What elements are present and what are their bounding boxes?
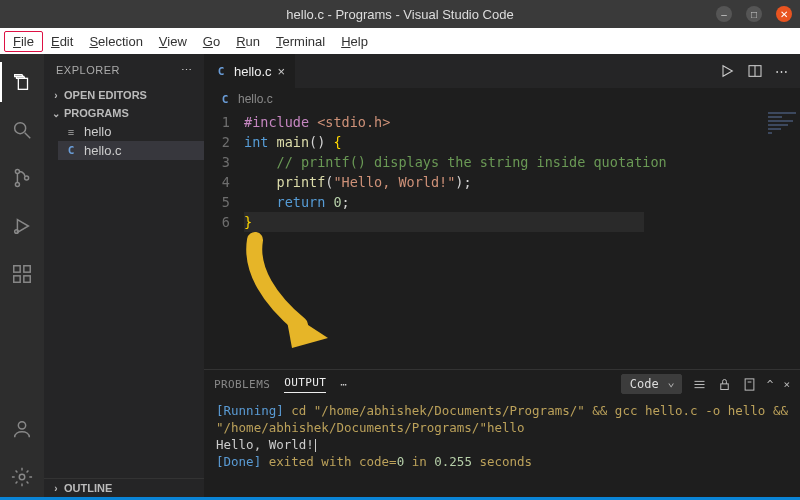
menubar: FileEditSelectionViewGoRunTerminalHelp	[0, 28, 800, 54]
close-button[interactable]: ✕	[776, 6, 792, 22]
tab-label: hello.c	[234, 64, 272, 79]
chevron-right-icon: ›	[50, 90, 62, 101]
lock-scroll-icon[interactable]	[717, 377, 732, 392]
svg-marker-6	[17, 220, 28, 233]
output-channel-select[interactable]: Code	[621, 374, 682, 394]
explorer-sidebar: EXPLORER ⋯ › OPEN EDITORS ⌄ PROGRAMS ≡he…	[44, 54, 204, 497]
panel-tabs: PROBLEMS OUTPUT ⋯ Code ^ ×	[204, 370, 800, 398]
file-item[interactable]: Chello.c	[58, 141, 204, 160]
c-file-icon: C	[218, 93, 232, 106]
breadcrumb[interactable]: C hello.c	[204, 88, 800, 110]
menu-help[interactable]: Help	[333, 32, 376, 51]
accounts-icon[interactable]	[0, 409, 44, 449]
tab-bar: C hello.c × ⋯	[204, 54, 800, 88]
outline-label: OUTLINE	[64, 482, 112, 494]
line-number: 3	[204, 152, 230, 172]
split-editor-icon[interactable]	[747, 63, 763, 79]
folder-label: PROGRAMS	[64, 107, 129, 119]
maximize-panel-icon[interactable]: ^	[767, 378, 774, 391]
panel-more-tabs-icon[interactable]: ⋯	[340, 378, 347, 391]
line-number: 5	[204, 192, 230, 212]
svg-point-7	[15, 230, 19, 234]
editor-area: C hello.c × ⋯ C hello.c 123456 #include …	[204, 54, 800, 497]
svg-marker-14	[723, 66, 732, 77]
explorer-icon[interactable]	[0, 62, 44, 102]
svg-point-4	[15, 182, 19, 186]
code-lines[interactable]: #include <stdio.h>int main() { // printf…	[244, 110, 667, 369]
main-area: EXPLORER ⋯ › OPEN EDITORS ⌄ PROGRAMS ≡he…	[0, 54, 800, 497]
svg-rect-0	[18, 78, 27, 89]
menu-run[interactable]: Run	[228, 32, 268, 51]
sidebar-more-icon[interactable]: ⋯	[181, 64, 193, 77]
svg-point-3	[15, 170, 19, 174]
search-icon[interactable]	[0, 110, 44, 150]
source-control-icon[interactable]	[0, 158, 44, 198]
line-number: 1	[204, 112, 230, 132]
file-name: hello	[84, 124, 111, 139]
menu-selection[interactable]: Selection	[81, 32, 150, 51]
window-controls: – □ ✕	[716, 6, 792, 22]
code-line[interactable]: #include <stdio.h>	[244, 112, 667, 132]
breadcrumb-label: hello.c	[238, 92, 273, 106]
output-body[interactable]: [Running] cd "/home/abhishek/Documents/P…	[204, 398, 800, 474]
svg-point-5	[25, 176, 29, 180]
svg-point-1	[15, 123, 26, 134]
svg-line-2	[25, 133, 31, 139]
menu-terminal[interactable]: Terminal	[268, 32, 333, 51]
c-file-icon: C	[214, 65, 228, 78]
titlebar: hello.c - Programs - Visual Studio Code …	[0, 0, 800, 28]
output-line: [Done] exited with code=0 in 0.255 secon…	[216, 453, 788, 470]
window-title: hello.c - Programs - Visual Studio Code	[286, 7, 513, 22]
code-editor[interactable]: 123456 #include <stdio.h>int main() { //…	[204, 110, 800, 369]
tab-problems[interactable]: PROBLEMS	[214, 378, 270, 391]
code-line[interactable]: }	[244, 212, 644, 232]
file-item[interactable]: ≡hello	[58, 122, 204, 141]
svg-rect-8	[14, 266, 20, 272]
run-file-icon[interactable]	[719, 63, 735, 79]
editor-tab[interactable]: C hello.c ×	[204, 54, 295, 88]
extensions-icon[interactable]	[0, 254, 44, 294]
code-line[interactable]: // printf() displays the string inside q…	[244, 152, 667, 172]
outline-section[interactable]: › OUTLINE	[44, 478, 204, 497]
settings-icon[interactable]	[0, 457, 44, 497]
menu-file[interactable]: File	[4, 31, 43, 52]
chevron-right-icon: ›	[50, 483, 62, 494]
menu-view[interactable]: View	[151, 32, 195, 51]
c-file-icon: C	[64, 144, 78, 157]
close-tab-icon[interactable]: ×	[278, 64, 286, 79]
line-number: 6	[204, 212, 230, 232]
folder-section[interactable]: ⌄ PROGRAMS	[44, 104, 204, 122]
editor-actions: ⋯	[707, 54, 800, 88]
file-name: hello.c	[84, 143, 122, 158]
svg-rect-10	[14, 276, 20, 282]
menu-edit[interactable]: Edit	[43, 32, 81, 51]
code-line[interactable]: printf("Hello, World!");	[244, 172, 667, 192]
output-line: Hello, World!	[216, 436, 788, 453]
maximize-button[interactable]: □	[746, 6, 762, 22]
tab-output[interactable]: OUTPUT	[284, 376, 326, 393]
more-actions-icon[interactable]: ⋯	[775, 64, 788, 79]
open-log-icon[interactable]	[742, 377, 757, 392]
svg-rect-20	[721, 383, 729, 389]
file-tree: ≡helloChello.c	[44, 122, 204, 160]
close-panel-icon[interactable]: ×	[783, 378, 790, 391]
code-line[interactable]: return 0;	[244, 192, 667, 212]
svg-rect-9	[24, 266, 30, 272]
run-debug-icon[interactable]	[0, 206, 44, 246]
minimap[interactable]	[764, 110, 800, 369]
activity-bar	[0, 54, 44, 497]
clear-output-icon[interactable]	[692, 377, 707, 392]
minimize-button[interactable]: –	[716, 6, 732, 22]
bottom-panel: PROBLEMS OUTPUT ⋯ Code ^ × [Running] cd …	[204, 369, 800, 497]
menu-go[interactable]: Go	[195, 32, 228, 51]
sidebar-title: EXPLORER	[56, 64, 120, 76]
open-editors-section[interactable]: › OPEN EDITORS	[44, 86, 204, 104]
svg-rect-11	[24, 276, 30, 282]
svg-rect-21	[745, 378, 754, 389]
sidebar-header: EXPLORER ⋯	[44, 54, 204, 86]
line-number: 4	[204, 172, 230, 192]
output-line: [Running] cd "/home/abhishek/Documents/P…	[216, 402, 788, 436]
svg-point-12	[18, 422, 25, 429]
code-line[interactable]: int main() {	[244, 132, 667, 152]
chevron-down-icon: ⌄	[50, 108, 62, 119]
